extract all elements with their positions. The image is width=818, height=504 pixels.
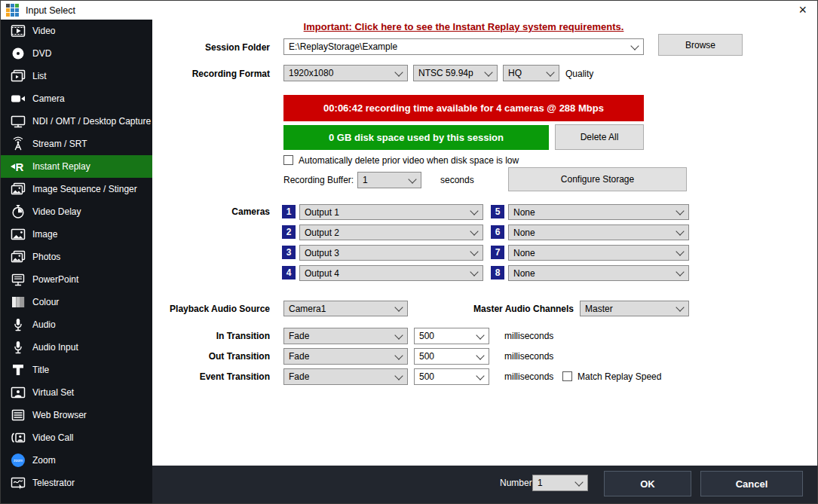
camera-5-select[interactable]: None: [508, 204, 689, 220]
configure-storage-button[interactable]: Configure Storage: [508, 167, 687, 191]
ok-button[interactable]: OK: [604, 471, 691, 496]
recording-format-label: Recording Format: [121, 69, 270, 79]
auto-delete-label: Automatically delete prior video when di…: [299, 155, 519, 166]
sidebar-item-label: Instant Replay: [32, 161, 90, 172]
in-transition-type-select[interactable]: Fade: [283, 328, 408, 344]
milliseconds-label: milliseconds: [504, 351, 553, 362]
number-select[interactable]: 1: [532, 475, 588, 491]
virtual-set-icon: [7, 385, 29, 400]
sidebar-item-label: Title: [32, 365, 49, 375]
auto-delete-checkbox[interactable]: [283, 155, 293, 165]
chevron-down-icon: [484, 68, 492, 76]
chevron-down-icon: [408, 175, 416, 183]
sidebar-item-telestrator[interactable]: Telestrator: [1, 472, 152, 494]
chevron-down-icon: [394, 371, 403, 380]
window-title: Input Select: [26, 5, 75, 16]
camera-8-value: None: [513, 268, 535, 279]
antenna-icon: [7, 136, 29, 151]
in-transition-duration-select[interactable]: 500: [414, 328, 489, 344]
out-transition-duration-select[interactable]: 500: [414, 348, 489, 365]
close-icon[interactable]: ×: [798, 1, 807, 19]
camera-number-badge: 7: [491, 246, 504, 259]
sidebar-item-camera[interactable]: Camera: [1, 87, 152, 110]
camera-number-badge: 8: [491, 266, 504, 279]
chevron-down-icon: [676, 267, 684, 276]
chevron-down-icon: [470, 267, 478, 276]
recording-buffer-select[interactable]: 1: [357, 172, 421, 188]
camera-2-select[interactable]: Output 2: [299, 225, 483, 240]
event-transition-type-select[interactable]: Fade: [283, 368, 408, 385]
svg-text:R: R: [16, 160, 24, 173]
camera-number-badge: 6: [491, 225, 504, 239]
titlebar: Input Select ×: [1, 1, 817, 20]
camera-3-select[interactable]: Output 3: [299, 245, 483, 261]
camera-1-select[interactable]: Output 1: [299, 204, 483, 220]
number-value: 1: [538, 478, 543, 488]
resolution-value: 1920x1080: [289, 68, 333, 78]
sidebar-item-label: PowerPoint: [32, 274, 78, 285]
resolution-select[interactable]: 1920x1080: [283, 65, 408, 81]
chevron-down-icon: [476, 351, 484, 359]
sidebar-item-ndi-desktop-capture[interactable]: NDI / OMT / Desktop Capture: [1, 110, 152, 133]
milliseconds-label: milliseconds: [504, 371, 553, 382]
cancel-button[interactable]: Cancel: [700, 471, 803, 496]
sidebar-item-powerpoint[interactable]: PowerPoint: [1, 268, 152, 291]
sidebar-item-label: Photos: [32, 252, 60, 262]
in-transition-type: Fade: [289, 331, 309, 341]
out-transition-label: Out Transition: [121, 351, 270, 362]
sidebar-item-zoom[interactable]: zoom Zoom: [1, 449, 152, 472]
disk-space-banner: 0 GB disk space used by this session: [283, 125, 549, 150]
sidebar-item-photos[interactable]: Photos: [1, 246, 152, 268]
sidebar-item-video-call[interactable]: Video Call: [1, 426, 152, 449]
sidebar-item-label: Web Browser: [32, 410, 87, 420]
sidebar-item-video[interactable]: Video: [1, 20, 152, 42]
camera-number-badge: 2: [282, 225, 296, 239]
out-transition-type-select[interactable]: Fade: [283, 348, 408, 365]
camera-7-select[interactable]: None: [508, 245, 689, 261]
camera-6-select[interactable]: None: [508, 225, 689, 240]
sidebar-item-instant-replay[interactable]: R Instant Replay: [1, 155, 152, 178]
event-transition-duration-select[interactable]: 500: [414, 368, 489, 385]
master-audio-channels-select[interactable]: Master: [580, 301, 689, 316]
chevron-down-icon: [470, 227, 478, 235]
camera-number-badge: 5: [491, 205, 504, 218]
event-transition-label: Event Transition: [121, 371, 270, 382]
camera-2-value: Output 2: [305, 228, 339, 238]
instant-replay-icon: R: [7, 159, 29, 174]
quality-select[interactable]: HQ: [503, 65, 559, 81]
camera-4-select[interactable]: Output 4: [299, 265, 483, 281]
sidebar-item-label: Video: [32, 26, 55, 36]
sidebar-item-label: Audio: [32, 319, 56, 330]
match-replay-speed-label: Match Replay Speed: [578, 371, 661, 382]
chevron-down-icon: [676, 303, 684, 311]
chevron-down-icon: [394, 331, 403, 339]
browse-button[interactable]: Browse: [658, 34, 743, 56]
sidebar-item-web-browser[interactable]: Web Browser: [1, 404, 152, 426]
sidebar-item-video-delay[interactable]: Video Delay: [1, 200, 152, 223]
out-transition-duration: 500: [419, 351, 434, 362]
standard-select[interactable]: NTSC 59.94p: [413, 65, 498, 81]
sidebar-item-label: Image: [32, 229, 57, 240]
sidebar-item-image-sequence-stinger[interactable]: Image Sequence / Stinger: [1, 178, 152, 200]
system-requirements-link[interactable]: Important: Click here to see the Instant…: [283, 21, 644, 32]
title-t-icon: [7, 362, 29, 377]
sidebar-item-stream-srt[interactable]: Stream / SRT: [1, 133, 152, 155]
sidebar-item-virtual-set[interactable]: Virtual Set: [1, 381, 152, 404]
chevron-down-icon: [546, 68, 554, 76]
sidebar-item-dvd[interactable]: DVD: [1, 42, 152, 65]
sidebar-item-image[interactable]: Image: [1, 223, 152, 246]
camera-number-badge: 3: [282, 246, 296, 259]
camera-8-select[interactable]: None: [508, 265, 689, 281]
playback-audio-source-select[interactable]: Camera1: [283, 301, 408, 316]
video-call-icon: [7, 430, 29, 445]
telestrator-icon: [7, 475, 29, 490]
camera-number-badge: 4: [282, 266, 296, 279]
playback-audio-source-value: Camera1: [289, 304, 326, 314]
number-label: Number: [500, 478, 532, 488]
delete-all-button[interactable]: Delete All: [555, 124, 644, 150]
match-replay-speed-checkbox[interactable]: [562, 371, 572, 381]
sidebar-item-label: Camera: [32, 93, 65, 104]
sidebar-item-label: Video Call: [32, 432, 73, 443]
session-folder-select[interactable]: E:\ReplayStorage\Example: [283, 38, 644, 55]
camera-number-badge: 1: [282, 205, 296, 218]
